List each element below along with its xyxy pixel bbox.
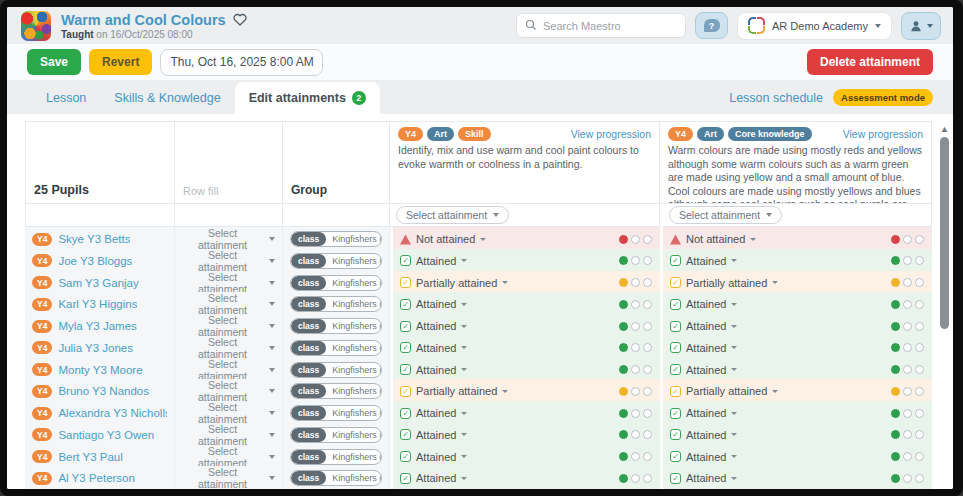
pupil-name-link[interactable]: Santiago Y3 Owen bbox=[58, 429, 154, 441]
pupil-name-link[interactable]: Monty Y3 Moore bbox=[58, 364, 142, 376]
level-dot-3[interactable] bbox=[915, 409, 924, 418]
attainment-status-dropdown[interactable]: ! Not attained bbox=[670, 233, 756, 245]
level-dot-3[interactable] bbox=[915, 387, 924, 396]
row-select-attainment-dropdown[interactable]: Select attainment bbox=[182, 401, 275, 425]
pupil-name-link[interactable]: Skye Y3 Betts bbox=[58, 233, 130, 245]
level-dot-2[interactable] bbox=[631, 387, 640, 396]
level-dot-3[interactable] bbox=[915, 452, 924, 461]
tab-edit-attainments[interactable]: Edit attainments 2 bbox=[235, 82, 380, 114]
level-dot-1[interactable] bbox=[891, 235, 900, 244]
level-dot-1[interactable] bbox=[619, 256, 628, 265]
level-dot-2[interactable] bbox=[903, 474, 912, 483]
view-progression-link[interactable]: View progression bbox=[843, 128, 923, 140]
level-dot-1[interactable] bbox=[619, 343, 628, 352]
pupil-name-link[interactable]: Bruno Y3 Nandos bbox=[58, 385, 149, 397]
level-dot-1[interactable] bbox=[891, 409, 900, 418]
level-dot-3[interactable] bbox=[915, 343, 924, 352]
attainment-status-dropdown[interactable]: ✓ Attained bbox=[400, 429, 467, 441]
attainment-status-dropdown[interactable]: ✓ Attained bbox=[400, 255, 467, 267]
row-select-attainment-dropdown[interactable]: Select attainment bbox=[182, 445, 275, 469]
column-select-attainment-dropdown[interactable]: Select attainment bbox=[396, 206, 509, 224]
view-progression-link[interactable]: View progression bbox=[571, 128, 651, 140]
level-dot-1[interactable] bbox=[619, 474, 628, 483]
help-button[interactable]: ? bbox=[695, 12, 728, 39]
level-dot-2[interactable] bbox=[631, 300, 640, 309]
level-dot-3[interactable] bbox=[915, 365, 924, 374]
level-dot-1[interactable] bbox=[891, 452, 900, 461]
level-dot-1[interactable] bbox=[891, 278, 900, 287]
row-select-attainment-dropdown[interactable]: Select attainment bbox=[182, 423, 275, 447]
tab-lesson[interactable]: Lesson bbox=[32, 82, 100, 114]
attainment-status-dropdown[interactable]: ! Not attained bbox=[400, 233, 486, 245]
level-dot-2[interactable] bbox=[631, 322, 640, 331]
level-dot-2[interactable] bbox=[903, 278, 912, 287]
level-dot-2[interactable] bbox=[903, 452, 912, 461]
attainment-status-dropdown[interactable]: ✓ Attained bbox=[400, 407, 467, 419]
row-select-attainment-dropdown[interactable]: Select attainment bbox=[182, 314, 275, 338]
attainment-status-dropdown[interactable]: ✓ Attained bbox=[670, 429, 737, 441]
level-dot-1[interactable] bbox=[619, 452, 628, 461]
tab-skills-knowledge[interactable]: Skills & Knowledge bbox=[100, 82, 234, 114]
level-dot-1[interactable] bbox=[619, 365, 628, 374]
level-dot-2[interactable] bbox=[631, 409, 640, 418]
scrollbar-thumb[interactable] bbox=[940, 137, 949, 329]
datetime-picker[interactable]: Thu, Oct 16, 2025 8:00 AM bbox=[160, 49, 323, 76]
level-dot-2[interactable] bbox=[903, 409, 912, 418]
table-scrollbar[interactable]: ▲ bbox=[938, 121, 951, 489]
row-select-attainment-dropdown[interactable]: Select attainment bbox=[182, 227, 275, 251]
level-dot-1[interactable] bbox=[619, 387, 628, 396]
attainment-status-dropdown[interactable]: ✓ Attained bbox=[670, 320, 737, 332]
level-dot-3[interactable] bbox=[643, 387, 652, 396]
attainment-status-dropdown[interactable]: ✓ Attained bbox=[670, 451, 737, 463]
academy-switcher[interactable]: AR Demo Academy bbox=[737, 12, 892, 40]
attainment-status-dropdown[interactable]: ✓ Attained bbox=[670, 407, 737, 419]
level-dot-3[interactable] bbox=[643, 474, 652, 483]
level-dot-3[interactable] bbox=[643, 256, 652, 265]
level-dot-2[interactable] bbox=[631, 452, 640, 461]
attainment-status-dropdown[interactable]: ✓ Attained bbox=[400, 342, 467, 354]
level-dot-1[interactable] bbox=[619, 278, 628, 287]
pupil-name-link[interactable]: Julia Y3 Jones bbox=[58, 342, 133, 354]
search-box[interactable] bbox=[516, 13, 686, 38]
attainment-status-dropdown[interactable]: ✓ Attained bbox=[670, 298, 737, 310]
save-button[interactable]: Save bbox=[27, 49, 81, 75]
level-dot-1[interactable] bbox=[619, 322, 628, 331]
level-dot-3[interactable] bbox=[915, 322, 924, 331]
row-select-attainment-dropdown[interactable]: Select attainment bbox=[182, 379, 275, 403]
level-dot-3[interactable] bbox=[915, 300, 924, 309]
attainment-status-dropdown[interactable]: ✓ Partially attained bbox=[400, 277, 508, 289]
level-dot-2[interactable] bbox=[903, 256, 912, 265]
attainment-status-dropdown[interactable]: ✓ Attained bbox=[400, 298, 467, 310]
favourite-heart-icon[interactable] bbox=[233, 13, 247, 26]
attainment-status-dropdown[interactable]: ✓ Partially attained bbox=[670, 277, 778, 289]
level-dot-3[interactable] bbox=[915, 430, 924, 439]
attainment-status-dropdown[interactable]: ✓ Attained bbox=[670, 255, 737, 267]
search-input[interactable] bbox=[543, 20, 677, 32]
pupil-name-link[interactable]: Myla Y3 James bbox=[58, 320, 136, 332]
level-dot-1[interactable] bbox=[619, 235, 628, 244]
attainment-status-dropdown[interactable]: ✓ Attained bbox=[400, 451, 467, 463]
level-dot-1[interactable] bbox=[619, 430, 628, 439]
attainment-status-dropdown[interactable]: ✓ Attained bbox=[670, 342, 737, 354]
level-dot-2[interactable] bbox=[903, 300, 912, 309]
level-dot-2[interactable] bbox=[631, 474, 640, 483]
level-dot-1[interactable] bbox=[619, 300, 628, 309]
user-menu-button[interactable] bbox=[901, 12, 941, 40]
level-dot-1[interactable] bbox=[619, 409, 628, 418]
attainment-status-dropdown[interactable]: ✓ Attained bbox=[400, 472, 467, 484]
level-dot-1[interactable] bbox=[891, 474, 900, 483]
attainment-status-dropdown[interactable]: ✓ Attained bbox=[670, 472, 737, 484]
attainment-status-dropdown[interactable]: ✓ Attained bbox=[670, 364, 737, 376]
row-select-attainment-dropdown[interactable]: Select attainment bbox=[182, 358, 275, 382]
attainment-status-dropdown[interactable]: ✓ Partially attained bbox=[670, 385, 778, 397]
delete-attainment-button[interactable]: Delete attainment bbox=[807, 49, 933, 75]
level-dot-3[interactable] bbox=[643, 409, 652, 418]
level-dot-2[interactable] bbox=[903, 387, 912, 396]
pupil-name-link[interactable]: Al Y3 Peterson bbox=[58, 472, 135, 484]
level-dot-2[interactable] bbox=[903, 343, 912, 352]
level-dot-2[interactable] bbox=[631, 256, 640, 265]
level-dot-3[interactable] bbox=[915, 235, 924, 244]
level-dot-3[interactable] bbox=[915, 474, 924, 483]
level-dot-1[interactable] bbox=[891, 322, 900, 331]
level-dot-3[interactable] bbox=[643, 300, 652, 309]
